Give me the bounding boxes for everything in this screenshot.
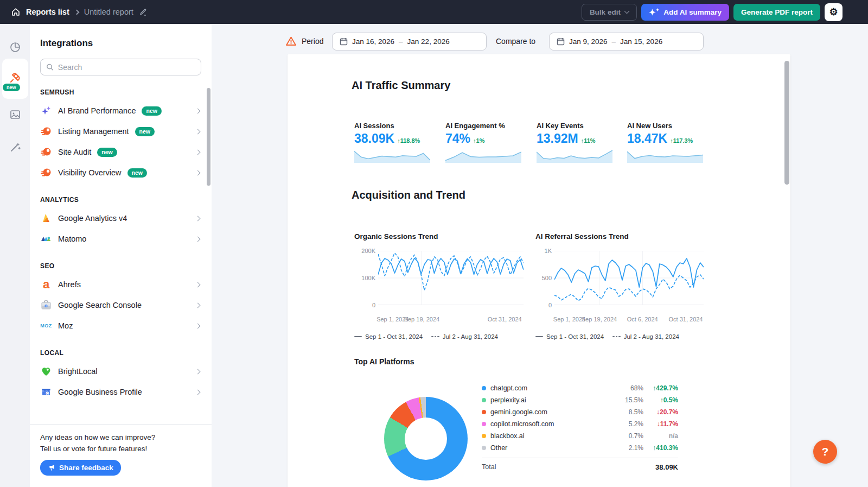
platform-share: 5.2% — [615, 420, 643, 428]
platform-name: gemini.google.com — [490, 408, 615, 416]
settings-gear-button[interactable]: ⚙ — [825, 3, 843, 21]
sidebar-scrollbar[interactable] — [207, 88, 210, 186]
sidebar-item-google-search-console[interactable]: Google Search Console — [30, 295, 212, 315]
metric-label: AI New Users — [627, 122, 709, 130]
question-mark-icon: ? — [822, 445, 829, 458]
platform-change: ↑0.5% — [643, 396, 678, 404]
add-ai-summary-button[interactable]: ✦✦ Add AI summary — [641, 4, 729, 21]
chevron-right-icon — [195, 170, 201, 175]
sidebar-item-visibility-overview[interactable]: Visibility Overview new — [30, 162, 212, 183]
metric-ai-sessions: AI Sessions 38.09K↑118.8% — [354, 122, 436, 163]
platform-row-chatgpt: chatgpt.com 68% ↑429.7% — [482, 382, 678, 394]
chevron-right-icon — [195, 369, 201, 374]
rail-item-ai-tools[interactable] — [0, 134, 30, 161]
metric-label: AI Key Events — [537, 122, 618, 130]
semrush-logo-icon — [40, 125, 52, 137]
x-tick: Oct 31, 2024 — [488, 316, 522, 322]
search-input[interactable] — [58, 63, 195, 72]
generate-pdf-button[interactable]: Generate PDF report — [733, 4, 820, 21]
x-tick: Sep 1, 2024 — [553, 316, 585, 322]
item-label: BrightLocal — [58, 367, 98, 376]
metric-change: ↑1% — [473, 137, 484, 144]
sidebar-item-google-business-profile[interactable]: G Google Business Profile — [30, 382, 212, 402]
report-title[interactable]: Untitled report — [84, 8, 133, 16]
sparkline-chart — [537, 148, 612, 163]
chevron-right-icon — [195, 282, 201, 287]
period-bar: Period Jan 16, 2026 – Jan 22, 2026 Compa… — [212, 33, 868, 50]
platform-name: Other — [490, 444, 615, 452]
rail-item-images[interactable] — [0, 101, 30, 128]
item-label: Google Analytics v4 — [58, 214, 127, 223]
sidebar-item-ahrefs[interactable]: a Ahrefs — [30, 274, 212, 295]
compare-date-range-picker[interactable]: Jan 9, 2026 – Jan 15, 2026 — [549, 33, 704, 50]
home-icon[interactable] — [11, 7, 21, 17]
platform-share: 0.7% — [615, 432, 643, 440]
x-tick: Oct 6, 2024 — [627, 316, 658, 322]
total-value: 38.09K — [655, 463, 678, 471]
chevron-right-icon — [195, 129, 201, 134]
x-tick: Sep 19, 2024 — [404, 316, 439, 322]
sidebar-item-brightlocal[interactable]: BrightLocal — [30, 361, 212, 382]
app-root: Reports list Untitled report Bulk edit ✦… — [0, 0, 868, 487]
item-label: AI Brand Performance — [58, 106, 136, 115]
search-icon — [46, 63, 54, 71]
semrush-logo-icon — [40, 167, 52, 179]
canvas-scrollbar[interactable] — [784, 61, 789, 185]
chevron-right-icon — [195, 323, 201, 328]
legend-label: Jul 2 - Aug 31, 2024 — [443, 333, 498, 340]
period-date-range-picker[interactable]: Jan 16, 2026 – Jan 22, 2026 — [332, 33, 487, 50]
item-label: Ahrefs — [58, 280, 81, 289]
bulk-edit-label: Bulk edit — [590, 8, 621, 16]
legend-dot — [482, 434, 486, 438]
chevron-right-icon — [195, 149, 201, 155]
x-tick: Oct 31, 2024 — [669, 316, 703, 322]
sparkline-chart — [627, 148, 703, 163]
compare-end-date: Jan 15, 2026 — [620, 37, 662, 46]
edit-pencil-icon[interactable] — [139, 8, 148, 16]
platform-name: blackbox.ai — [490, 432, 615, 440]
period-label: Period — [302, 37, 323, 46]
platform-change: n/a — [643, 432, 678, 440]
section-label-seo: SEO — [40, 262, 212, 270]
search-console-icon — [40, 299, 52, 311]
bulk-edit-button[interactable]: Bulk edit — [582, 4, 637, 21]
platform-share: 2.1% — [615, 444, 643, 452]
x-tick: Sep 19, 2024 — [582, 316, 617, 322]
legend-divider — [482, 458, 678, 458]
sidebar-item-google-analytics[interactable]: Google Analytics v4 — [30, 208, 212, 229]
help-button[interactable]: ? — [813, 440, 837, 464]
share-feedback-button[interactable]: Share feedback — [40, 460, 121, 476]
sidebar-search[interactable] — [40, 59, 201, 75]
matomo-icon — [40, 233, 52, 245]
date-separator: – — [612, 37, 616, 46]
sidebar-item-site-audit[interactable]: Site Audit new — [30, 142, 212, 162]
semrush-logo-icon — [40, 146, 52, 158]
share-feedback-label: Share feedback — [59, 464, 113, 472]
referral-trend-chart — [554, 251, 704, 305]
platform-row-copilot: copilot.microsoft.com 5.2% ↓11.7% — [482, 418, 678, 430]
metric-value: 18.47K — [627, 131, 667, 146]
warning-icon — [285, 36, 297, 47]
period-start-date: Jan 16, 2026 — [352, 37, 394, 46]
sidebar-item-listing-management[interactable]: Listing Management new — [30, 121, 212, 142]
chevron-right-icon — [195, 302, 201, 308]
brightlocal-icon — [40, 365, 52, 377]
solid-line-swatch — [535, 336, 543, 338]
sidebar-item-matomo[interactable]: Matomo — [30, 229, 212, 249]
rail-item-widgets[interactable] — [0, 34, 30, 61]
image-icon — [9, 108, 22, 121]
new-badge: new — [135, 127, 155, 136]
integrations-sidebar: Integrations SEMRUSH AI Brand Performanc… — [30, 24, 212, 487]
legend-dot — [482, 422, 486, 426]
gear-icon: ⚙ — [829, 7, 838, 17]
google-analytics-icon — [40, 212, 52, 224]
platform-change: ↑429.7% — [643, 384, 678, 392]
breadcrumb-reports-list[interactable]: Reports list — [26, 8, 69, 16]
main-area: Period Jan 16, 2026 – Jan 22, 2026 Compa… — [212, 24, 868, 487]
sidebar-item-moz[interactable]: MOZ Moz — [30, 315, 212, 336]
chevron-down-icon — [624, 9, 629, 14]
sidebar-item-ai-brand-performance[interactable]: AI Brand Performance new — [30, 100, 212, 121]
sparkline-chart — [445, 148, 521, 163]
topbar-actions: Bulk edit ✦✦ Add AI summary Generate PDF… — [582, 3, 843, 21]
date-separator: – — [399, 37, 403, 46]
